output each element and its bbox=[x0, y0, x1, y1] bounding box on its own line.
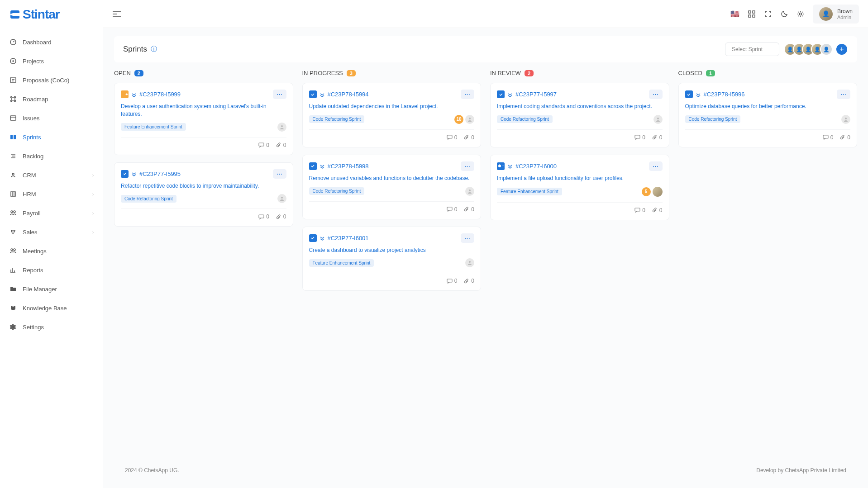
card-menu[interactable]: ⋯ bbox=[461, 233, 474, 243]
card-menu[interactable]: ⋯ bbox=[273, 90, 286, 99]
issue-id[interactable]: #C23P77-I6000 bbox=[515, 163, 557, 170]
task-icon bbox=[685, 90, 693, 98]
issue-title[interactable]: Remove unused variables and functions to… bbox=[309, 175, 475, 182]
issue-id[interactable]: #C23P78-I5994 bbox=[328, 91, 369, 98]
issue-card[interactable]: #C23P78-I5998 ⋯ Remove unused variables … bbox=[302, 155, 482, 219]
sprint-tag[interactable]: Code Refactoring Sprint bbox=[497, 115, 553, 123]
info-icon[interactable]: ⓘ bbox=[151, 45, 157, 53]
issue-id[interactable]: #C23P78-I5999 bbox=[139, 91, 181, 98]
nav-sprints[interactable]: Sprints bbox=[0, 128, 103, 147]
comments-count[interactable]: 0 bbox=[258, 213, 269, 220]
issue-id[interactable]: #C23P77-I6001 bbox=[328, 235, 369, 242]
comments-count[interactable]: 0 bbox=[634, 134, 645, 141]
nav-knowledge[interactable]: Knowledge Base bbox=[0, 298, 103, 317]
unassigned-icon bbox=[277, 194, 286, 203]
comments-count[interactable]: 0 bbox=[258, 142, 269, 148]
card-menu[interactable]: ⋯ bbox=[837, 90, 850, 99]
svg-point-22 bbox=[281, 125, 283, 127]
issue-card[interactable]: #C23P77-I5995 ⋯ Refactor repetitive code… bbox=[114, 162, 293, 227]
sprint-tag[interactable]: Feature Enhancement Sprint bbox=[121, 123, 186, 131]
issue-card[interactable]: ↑ #C23P77-I6000 ⋯ Implement a file uploa… bbox=[490, 155, 669, 220]
sprint-tag[interactable]: Code Refactoring Sprint bbox=[121, 195, 176, 203]
language-selector[interactable]: 🇺🇸 bbox=[730, 9, 739, 18]
attachments-count[interactable]: 0 bbox=[463, 134, 474, 141]
attachments-count[interactable]: 0 bbox=[652, 134, 663, 141]
attachments-count[interactable]: 0 bbox=[463, 206, 474, 213]
issue-title[interactable]: Update outdated dependencies in the Lara… bbox=[309, 103, 475, 110]
sales-icon bbox=[9, 228, 17, 236]
sprint-tag[interactable]: Feature Enhancement Sprint bbox=[309, 259, 374, 267]
svg-rect-17 bbox=[749, 11, 751, 13]
task-icon bbox=[309, 234, 317, 242]
attachments-count[interactable]: 0 bbox=[276, 213, 286, 220]
issue-title[interactable]: Refactor repetitive code blocks to impro… bbox=[121, 182, 286, 190]
nav-filemanager[interactable]: File Manager bbox=[0, 280, 103, 298]
meetings-icon bbox=[9, 247, 17, 255]
nav-projects[interactable]: Projects bbox=[0, 52, 103, 71]
proposals-icon bbox=[9, 76, 17, 84]
nav-roadmap[interactable]: Roadmap bbox=[0, 90, 103, 109]
nav-payroll[interactable]: Payroll› bbox=[0, 204, 103, 223]
svg-rect-3 bbox=[10, 78, 16, 82]
issue-title[interactable]: Develop a user authentication system usi… bbox=[121, 103, 286, 118]
attachments-count[interactable]: 0 bbox=[652, 207, 663, 213]
nav-reports[interactable]: Reports bbox=[0, 261, 103, 280]
attachments-count[interactable]: 0 bbox=[839, 134, 850, 141]
assignee-avatars[interactable]: 👤👤👤👤👤 bbox=[784, 43, 833, 56]
menu-toggle[interactable] bbox=[112, 10, 121, 18]
attachments-count[interactable]: 0 bbox=[276, 142, 286, 148]
comments-count[interactable]: 0 bbox=[447, 206, 458, 213]
nav-hrm[interactable]: HRM› bbox=[0, 185, 103, 204]
issue-card[interactable]: #C23P77-I5997 ⋯ Implement coding standar… bbox=[490, 83, 669, 147]
issue-id[interactable]: #C23P77-I5995 bbox=[139, 171, 181, 177]
comments-count[interactable]: 0 bbox=[634, 207, 645, 213]
apps-icon[interactable] bbox=[748, 10, 756, 18]
nav-meetings[interactable]: Meetings bbox=[0, 242, 103, 261]
sprint-tag[interactable]: Feature Enhancement Sprint bbox=[497, 188, 562, 195]
issue-id[interactable]: #C23P78-I5996 bbox=[704, 91, 745, 98]
nav-crm[interactable]: CRM› bbox=[0, 166, 103, 185]
chevron-right-icon: › bbox=[92, 173, 94, 178]
card-menu[interactable]: ⋯ bbox=[649, 90, 663, 99]
issue-title[interactable]: Optimize database queries for better per… bbox=[685, 103, 851, 110]
logo[interactable]: Stintar bbox=[0, 0, 103, 29]
fullscreen-icon[interactable] bbox=[764, 10, 772, 18]
nav-settings[interactable]: Settings bbox=[0, 317, 103, 336]
svg-rect-35 bbox=[635, 208, 640, 211]
card-menu[interactable]: ⋯ bbox=[273, 169, 286, 179]
svg-point-21 bbox=[799, 13, 801, 15]
crm-icon bbox=[9, 171, 17, 179]
card-menu[interactable]: ⋯ bbox=[461, 90, 474, 99]
issue-id[interactable]: #C23P77-I5997 bbox=[515, 91, 557, 98]
sprint-tag[interactable]: Code Refactoring Sprint bbox=[309, 115, 365, 123]
footer-left: 2024 © ChetsApp UG. bbox=[125, 467, 179, 474]
theme-toggle[interactable] bbox=[780, 10, 788, 18]
card-menu[interactable]: ⋯ bbox=[649, 161, 663, 171]
settings-icon[interactable] bbox=[796, 10, 805, 18]
issue-card[interactable]: #C23P78-I5996 ⋯ Optimize database querie… bbox=[678, 83, 858, 147]
add-button[interactable]: + bbox=[835, 43, 848, 56]
issue-card[interactable]: #C23P77-I6001 ⋯ Create a dashboard to vi… bbox=[302, 227, 482, 291]
issue-card[interactable]: #C23P78-I5994 ⋯ Update outdated dependen… bbox=[302, 83, 482, 147]
nav-dashboard[interactable]: Dashboard bbox=[0, 33, 103, 52]
comments-count[interactable]: 0 bbox=[447, 278, 458, 284]
count-badge: 2 bbox=[134, 70, 143, 76]
card-menu[interactable]: ⋯ bbox=[461, 161, 474, 171]
issue-card[interactable]: ✦ #C23P78-I5999 ⋯ Develop a user authent… bbox=[114, 83, 293, 155]
comments-count[interactable]: 0 bbox=[447, 134, 458, 141]
issue-title[interactable]: Implement coding standards and conventio… bbox=[497, 103, 663, 110]
issue-title[interactable]: Implement a file upload functionality fo… bbox=[497, 175, 663, 182]
nav-issues[interactable]: Issues bbox=[0, 109, 103, 128]
nav-proposals[interactable]: Proposals (CoCo) bbox=[0, 71, 103, 90]
issue-id[interactable]: #C23P78-I5998 bbox=[328, 163, 369, 170]
comments-count[interactable]: 0 bbox=[823, 134, 834, 141]
select-sprint[interactable]: Select Sprint bbox=[725, 43, 779, 56]
nav-sales[interactable]: Sales› bbox=[0, 223, 103, 242]
user-menu[interactable]: 👤 Brown Admin bbox=[813, 5, 859, 24]
svg-rect-10 bbox=[14, 135, 16, 139]
sprint-tag[interactable]: Code Refactoring Sprint bbox=[685, 115, 741, 123]
attachments-count[interactable]: 0 bbox=[463, 278, 474, 284]
issue-title[interactable]: Create a dashboard to visualize project … bbox=[309, 246, 475, 254]
sprint-tag[interactable]: Code Refactoring Sprint bbox=[309, 187, 365, 195]
nav-backlog[interactable]: Backlog bbox=[0, 147, 103, 166]
